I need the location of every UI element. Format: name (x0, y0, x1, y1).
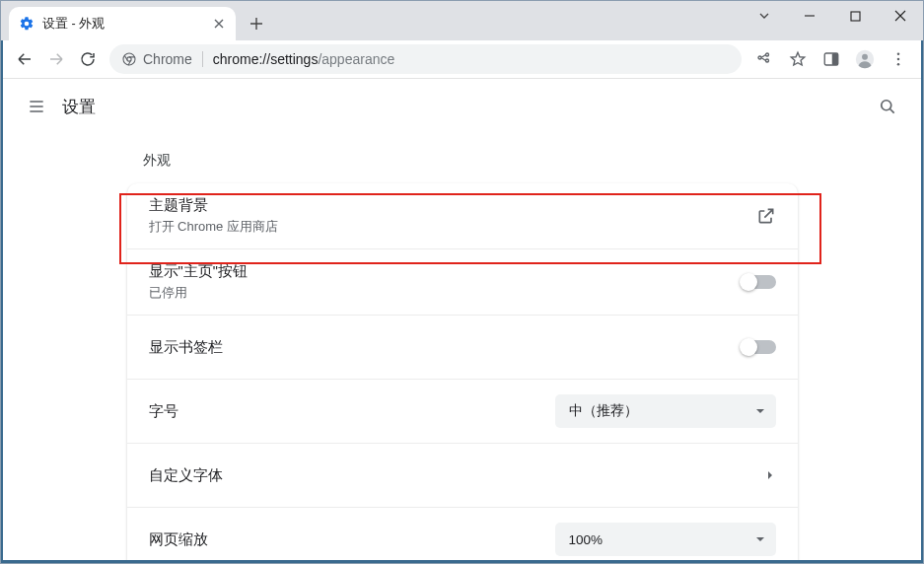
nav-forward-button[interactable] (40, 43, 72, 75)
new-tab-button[interactable] (242, 9, 271, 38)
window-close-button[interactable] (878, 1, 923, 31)
caret-down-icon (754, 405, 766, 417)
side-panel-button[interactable] (815, 43, 848, 75)
row-theme-subtitle: 打开 Chrome 应用商店 (149, 218, 278, 236)
row-custom-fonts[interactable]: 自定义字体 (127, 443, 798, 507)
hamburger-menu-button[interactable] (15, 85, 58, 128)
tab-settings-appearance[interactable]: 设置 - 外观 (9, 7, 236, 40)
svg-rect-0 (851, 12, 860, 21)
browser-window: 设置 - 外观 (0, 0, 924, 564)
row-home-button: 显示"主页"按钮 已停用 (127, 248, 798, 315)
row-theme-text: 主题背景 打开 Chrome 应用商店 (149, 196, 278, 236)
address-bar[interactable]: Chrome chrome://settings/appearance (109, 44, 742, 74)
window-border-right (921, 1, 923, 563)
external-link-icon (756, 206, 776, 226)
site-chip: Chrome (121, 51, 192, 67)
url-text: chrome://settings/appearance (213, 51, 394, 67)
profile-button[interactable] (848, 43, 882, 75)
site-chip-label: Chrome (143, 51, 192, 67)
row-home-button-subtitle: 已停用 (149, 284, 248, 302)
svg-point-7 (897, 52, 900, 55)
home-button-toggle[interactable] (741, 275, 776, 289)
kebab-menu-button[interactable] (882, 43, 915, 75)
window-minimize-button[interactable] (787, 1, 832, 31)
page-zoom-value: 100% (569, 532, 604, 547)
toggle-off-icon (741, 275, 776, 289)
appearance-panel: 外观 主题背景 打开 Chrome 应用商店 显示"主页"按钮 已停用 (127, 152, 798, 564)
row-theme[interactable]: 主题背景 打开 Chrome 应用商店 (127, 183, 798, 248)
window-maximize-button[interactable] (832, 1, 878, 31)
chevron-right-icon (764, 469, 776, 481)
appearance-card: 主题背景 打开 Chrome 应用商店 显示"主页"按钮 已停用 (127, 183, 798, 564)
page-title: 设置 (62, 96, 96, 118)
gear-icon (19, 16, 35, 32)
window-border-bottom (1, 560, 923, 563)
toggle-off-icon (741, 340, 776, 354)
chrome-icon (121, 51, 137, 67)
nav-toolbar: Chrome chrome://settings/appearance (1, 40, 923, 79)
svg-point-10 (882, 101, 891, 110)
settings-header: 设置 (1, 79, 923, 134)
row-home-button-title: 显示"主页"按钮 (149, 262, 248, 281)
svg-point-6 (862, 54, 868, 60)
row-page-zoom: 网页缩放 100% (127, 507, 798, 564)
row-custom-fonts-title: 自定义字体 (149, 466, 223, 485)
tab-close-button[interactable] (212, 19, 226, 29)
tab-search-button[interactable] (747, 1, 781, 31)
font-size-value: 中（推荐） (569, 402, 638, 420)
row-page-zoom-title: 网页缩放 (149, 530, 208, 549)
svg-point-9 (897, 63, 900, 66)
nav-back-button[interactable] (9, 43, 40, 75)
window-controls (747, 1, 923, 31)
row-font-size-title: 字号 (149, 402, 178, 421)
toolbar-right-icons (747, 43, 915, 75)
tab-title: 设置 - 外观 (42, 16, 212, 33)
row-home-button-text: 显示"主页"按钮 已停用 (149, 262, 248, 302)
font-size-select[interactable]: 中（推荐） (555, 394, 776, 428)
page-zoom-select[interactable]: 100% (555, 523, 776, 556)
urlbar-separator (202, 51, 203, 67)
bookmarks-bar-toggle[interactable] (741, 340, 776, 354)
title-bar: 设置 - 外观 (1, 1, 923, 40)
row-theme-title: 主题背景 (149, 196, 278, 215)
svg-point-8 (897, 58, 900, 61)
share-button[interactable] (747, 43, 781, 75)
svg-rect-4 (832, 53, 838, 65)
settings-content: 外观 主题背景 打开 Chrome 应用商店 显示"主页"按钮 已停用 (1, 134, 923, 564)
section-title: 外观 (143, 152, 798, 170)
row-bookmarks-bar: 显示书签栏 (127, 315, 798, 379)
settings-search-button[interactable] (866, 85, 909, 128)
url-path: /appearance (318, 51, 394, 67)
url-host: chrome://settings (213, 51, 319, 67)
row-bookmarks-bar-text: 显示书签栏 (149, 338, 223, 357)
row-bookmarks-bar-title: 显示书签栏 (149, 338, 223, 357)
nav-reload-button[interactable] (72, 43, 104, 75)
window-border-left (1, 1, 3, 563)
caret-down-icon (754, 533, 766, 545)
bookmark-button[interactable] (781, 43, 815, 75)
row-font-size: 字号 中（推荐） (127, 379, 798, 443)
